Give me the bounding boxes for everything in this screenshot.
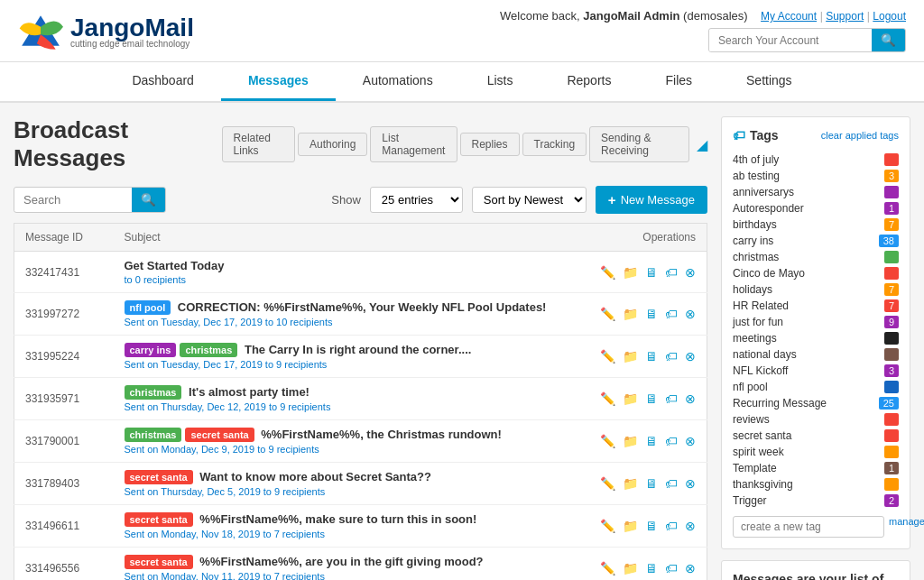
delete-icon[interactable]: ⊗	[685, 476, 696, 491]
tag-badge[interactable]: christmas	[125, 385, 182, 400]
tag-badge[interactable]: christmas	[180, 343, 237, 357]
logout-link[interactable]: Logout	[873, 10, 906, 23]
delete-icon[interactable]: ⊗	[685, 349, 696, 364]
tag-op-icon[interactable]: 🏷	[665, 519, 678, 533]
tag-row-item[interactable]: carry ins38	[733, 233, 899, 249]
nav-messages[interactable]: Messages	[221, 62, 336, 101]
message-search-button[interactable]: 🔍	[132, 188, 165, 212]
preview-icon[interactable]: 🖥	[645, 307, 658, 321]
edit-icon[interactable]: ✏️	[600, 561, 615, 575]
new-message-button[interactable]: + New Message	[596, 186, 707, 214]
delete-icon[interactable]: ⊗	[685, 265, 696, 280]
account-search-input[interactable]	[709, 30, 872, 51]
nav-automations[interactable]: Automations	[336, 62, 460, 101]
nav-reports[interactable]: Reports	[540, 62, 638, 101]
preview-icon[interactable]: 🖥	[645, 519, 658, 533]
tag-badge[interactable]: secret santa	[125, 470, 193, 484]
tag-row-item[interactable]: just for fun9	[733, 314, 899, 330]
entries-select[interactable]: 25 entries 50 entries 100 entries	[370, 187, 463, 213]
tag-row-item[interactable]: ab testing3	[733, 168, 899, 184]
copy-icon[interactable]: 📁	[623, 349, 638, 364]
tag-row-item[interactable]: Recurring Message25	[733, 395, 899, 411]
nav-lists[interactable]: Lists	[460, 62, 541, 101]
tag-op-icon[interactable]: 🏷	[665, 265, 678, 280]
tag-row-item[interactable]: reviews	[733, 411, 899, 428]
tag-row-item[interactable]: holidays7	[733, 281, 899, 298]
tag-label: ab testing	[733, 170, 780, 182]
tag-badge[interactable]: carry ins	[125, 343, 177, 357]
tab-sending-receiving[interactable]: Sending & Receiving	[589, 126, 689, 162]
tag-row-item[interactable]: christmas	[733, 249, 899, 265]
tag-row-item[interactable]: HR Related7	[733, 298, 899, 314]
preview-icon[interactable]: 🖥	[645, 391, 658, 406]
tag-op-icon[interactable]: 🏷	[665, 307, 678, 321]
tag-op-icon[interactable]: 🏷	[665, 476, 678, 491]
nav-dashboard[interactable]: Dashboard	[105, 62, 221, 101]
edit-icon[interactable]: ✏️	[600, 349, 615, 364]
tag-badge[interactable]: secret santa	[125, 555, 193, 569]
filter-icon[interactable]: ◢	[697, 136, 707, 153]
tag-row-item[interactable]: Cinco de Mayo	[733, 265, 899, 281]
tag-row-item[interactable]: Trigger2	[733, 493, 899, 509]
copy-icon[interactable]: 📁	[623, 434, 638, 448]
tab-related-links[interactable]: Related Links	[222, 126, 295, 162]
delete-icon[interactable]: ⊗	[685, 561, 696, 575]
tag-row-item[interactable]: nfl pool	[733, 379, 899, 395]
nav-files[interactable]: Files	[638, 62, 719, 101]
tag-row-item[interactable]: meetings	[733, 330, 899, 346]
tag-row-item[interactable]: Autoresponder1	[733, 200, 899, 216]
copy-icon[interactable]: 📁	[623, 265, 638, 280]
tag-color-swatch	[884, 186, 899, 198]
tag-badge[interactable]: secret santa	[185, 428, 254, 442]
copy-icon[interactable]: 📁	[623, 307, 638, 321]
my-account-link[interactable]: My Account	[761, 10, 817, 23]
tag-row-item[interactable]: national days	[733, 346, 899, 363]
preview-icon[interactable]: 🖥	[645, 349, 658, 364]
tab-replies[interactable]: Replies	[460, 133, 520, 156]
copy-icon[interactable]: 📁	[623, 519, 638, 533]
copy-icon[interactable]: 📁	[623, 391, 638, 406]
new-tag-input[interactable]	[733, 516, 884, 538]
delete-icon[interactable]: ⊗	[685, 434, 696, 448]
tab-tracking[interactable]: Tracking	[522, 133, 587, 156]
preview-icon[interactable]: 🖥	[645, 476, 658, 491]
clear-tags-link[interactable]: clear applied tags	[821, 130, 899, 141]
nav-settings[interactable]: Settings	[719, 62, 819, 101]
preview-icon[interactable]: 🖥	[645, 265, 658, 280]
manage-tags-link[interactable]: manage tags	[889, 516, 924, 538]
tag-op-icon[interactable]: 🏷	[665, 349, 678, 364]
edit-icon[interactable]: ✏️	[600, 391, 615, 406]
preview-icon[interactable]: 🖥	[645, 561, 658, 575]
tag-op-icon[interactable]: 🏷	[665, 391, 678, 406]
delete-icon[interactable]: ⊗	[685, 519, 696, 533]
support-link[interactable]: Support	[826, 10, 864, 23]
tab-list-management[interactable]: List Management	[370, 126, 457, 162]
tag-row-item[interactable]: birthdays7	[733, 216, 899, 233]
tag-badge[interactable]: christmas	[125, 428, 182, 442]
delete-icon[interactable]: ⊗	[685, 307, 696, 321]
preview-icon[interactable]: 🖥	[645, 434, 658, 448]
sort-select[interactable]: Sort by Newest Sort by Oldest Sort by Su…	[472, 187, 587, 213]
tag-badge[interactable]: nfl pool	[125, 300, 171, 315]
tag-row-item[interactable]: 4th of july	[733, 152, 899, 168]
tag-badge[interactable]: secret santa	[125, 512, 193, 527]
edit-icon[interactable]: ✏️	[600, 307, 615, 321]
tag-row-item[interactable]: spirit week	[733, 444, 899, 460]
tag-row-item[interactable]: Template1	[733, 460, 899, 476]
tab-authoring[interactable]: Authoring	[298, 133, 367, 156]
edit-icon[interactable]: ✏️	[600, 519, 615, 533]
tag-op-icon[interactable]: 🏷	[665, 561, 678, 575]
tag-op-icon[interactable]: 🏷	[665, 434, 678, 448]
account-search-button[interactable]: 🔍	[872, 29, 905, 51]
edit-icon[interactable]: ✏️	[600, 476, 615, 491]
tag-row-item[interactable]: anniversarys	[733, 184, 899, 200]
copy-icon[interactable]: 📁	[623, 561, 638, 575]
delete-icon[interactable]: ⊗	[685, 391, 696, 406]
edit-icon[interactable]: ✏️	[600, 265, 615, 280]
tag-row-item[interactable]: secret santa	[733, 428, 899, 444]
copy-icon[interactable]: 📁	[623, 476, 638, 491]
message-search-input[interactable]	[14, 189, 132, 211]
tag-row-item[interactable]: thanksgiving	[733, 476, 899, 493]
edit-icon[interactable]: ✏️	[600, 434, 615, 448]
tag-row-item[interactable]: NFL Kickoff3	[733, 363, 899, 379]
